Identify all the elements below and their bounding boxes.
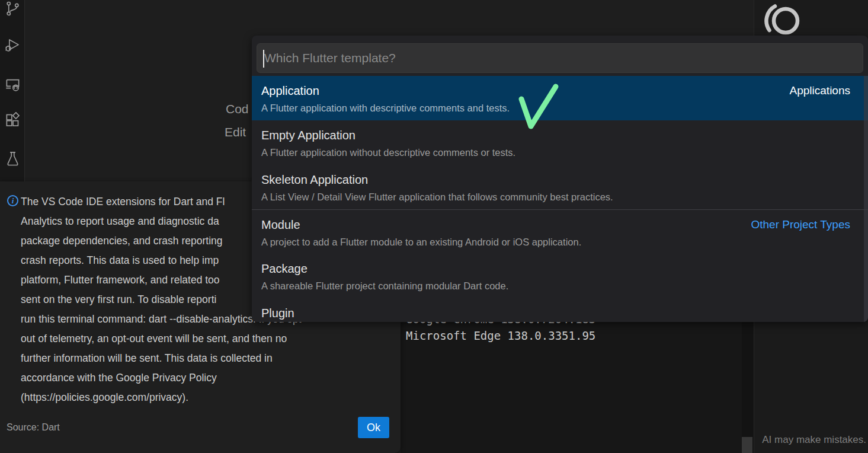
notification-source-label: Source: Dart <box>7 422 60 433</box>
item-description: A List View / Detail View Flutter applic… <box>261 192 850 203</box>
ai-assistant-logo-icon <box>764 2 803 40</box>
run-and-debug-icon[interactable] <box>5 37 21 53</box>
notification-text-line: crash reports. This data is used to help… <box>21 254 219 267</box>
item-description: A project to add a Flutter module to an … <box>261 237 850 248</box>
quick-pick-item-plugin[interactable]: Plugin <box>252 298 868 322</box>
text-cursor <box>263 50 264 68</box>
item-description: A Flutter application with descriptive c… <box>261 103 850 114</box>
item-description: A shareable Flutter project containing m… <box>261 280 850 292</box>
quick-pick-input-wrap <box>257 43 863 73</box>
flutter-template-quick-pick: Application A Flutter application with d… <box>252 36 868 322</box>
quick-pick-item-application[interactable]: Application A Flutter application with d… <box>252 76 868 120</box>
item-label: Application <box>261 84 850 98</box>
quick-pick-item-empty-application[interactable]: Empty Application A Flutter application … <box>252 120 868 165</box>
item-label: Plugin <box>261 306 850 320</box>
notification-text-line: (https://policies.google.com/privacy). <box>21 391 188 404</box>
notification-text-line: out of telemetry, an opt-out event will … <box>21 333 287 345</box>
remote-explorer-icon[interactable] <box>5 76 21 92</box>
notification-text-line: The VS Code IDE extensions for Dart and … <box>21 196 225 208</box>
terminal-line-edge: Microsoft Edge 138.0.3351.95 <box>406 329 595 342</box>
item-category-label: Applications <box>790 84 850 98</box>
quick-pick-input[interactable] <box>257 44 863 72</box>
notification-text-line: sent on the very first run. To disable r… <box>21 294 216 306</box>
notification-text-line: further information will be sent. This d… <box>21 352 273 365</box>
notification-text-line: Analytics to report usage and diagnostic… <box>21 215 219 228</box>
info-icon: i <box>7 195 18 206</box>
item-description: A Flutter application without descriptiv… <box>261 147 850 158</box>
ai-disclaimer-text: AI may make mistakes. <box>762 434 866 446</box>
editor-clipped-text: Cod <box>226 102 249 116</box>
quick-pick-item-skeleton-application[interactable]: Skeleton Application A List View / Detai… <box>252 165 868 209</box>
editor-clipped-text: Edit <box>225 125 246 139</box>
item-label: Empty Application <box>261 128 850 142</box>
quick-pick-list: Application A Flutter application with d… <box>252 76 868 322</box>
extensions-icon[interactable] <box>5 112 21 128</box>
testing-icon[interactable] <box>5 151 21 167</box>
notification-text-line: platform, Flutter framework, and related… <box>21 274 220 286</box>
notification-text-line: package dependencies, and crash reportin… <box>21 235 223 247</box>
quick-pick-item-module[interactable]: Module A project to add a Flutter module… <box>252 209 868 254</box>
ok-button[interactable]: Ok <box>358 417 389 438</box>
item-label: Skeleton Application <box>261 173 850 187</box>
terminal-scrollbar-thumb[interactable] <box>742 437 752 453</box>
notification-text-line: accordance with the Google Privacy Polic… <box>21 372 217 384</box>
quick-pick-scrollbar[interactable] <box>864 76 868 322</box>
source-control-icon[interactable] <box>5 1 21 17</box>
other-project-types-link[interactable]: Other Project Types <box>751 218 850 232</box>
item-label: Package <box>261 261 850 276</box>
quick-pick-item-package[interactable]: Package A shareable Flutter project cont… <box>252 254 868 298</box>
vscode-window: Cod Edit Google Chrome 138.0.7204.183 Mi… <box>0 0 868 453</box>
